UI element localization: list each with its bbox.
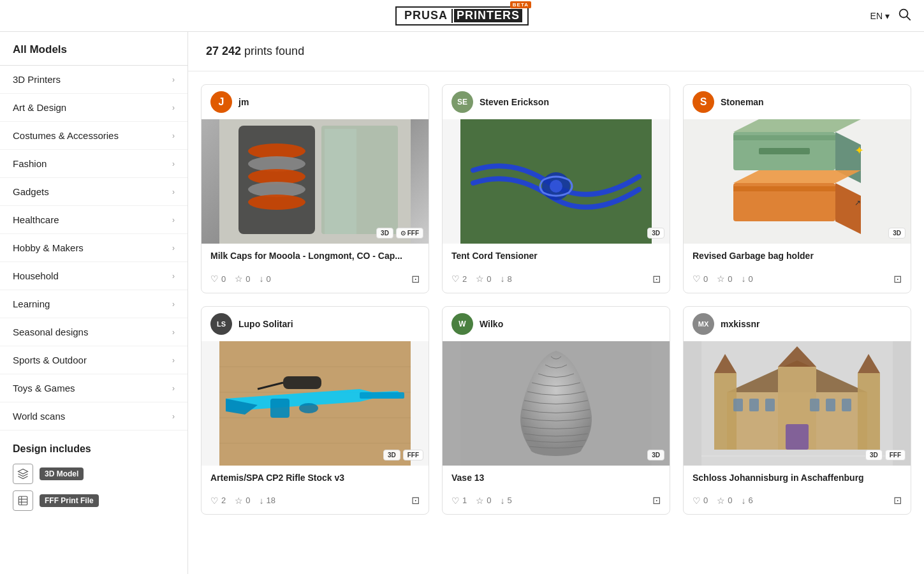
card-body: Revised Garbage bag holder — [684, 244, 911, 270]
sidebar-item-costumes-accessories[interactable]: Costumes & Accessories › — [0, 122, 187, 150]
lang-chevron-icon: ▾ — [885, 11, 890, 21]
card-image-svg — [202, 341, 429, 466]
main-content: 27 242 prints found J jm — [188, 32, 924, 574]
filter-3d-model[interactable]: 3D Model — [13, 464, 175, 484]
card-title: Revised Garbage bag holder — [693, 250, 902, 263]
3d-model-label: 3D Model — [40, 467, 84, 480]
chevron-down-icon: › — [172, 75, 175, 84]
sidebar-item-sports-outdoor[interactable]: Sports & Outdoor › — [0, 346, 187, 374]
sidebar-item-3d-printers[interactable]: 3D Printers › — [0, 66, 187, 94]
bookmark-icon[interactable]: ⊡ — [652, 273, 661, 285]
sidebar-item-toys-games[interactable]: Toys & Games › — [0, 374, 187, 402]
card-schloss[interactable]: MX mxkissnr — [683, 306, 911, 515]
star-icon: ☆ — [476, 496, 484, 506]
download-icon: ↓ — [259, 274, 263, 284]
heart-icon: ♡ — [451, 496, 460, 506]
card-header: MX mxkissnr — [684, 307, 911, 341]
svg-rect-55 — [810, 399, 819, 411]
sidebar-item-healthcare[interactable]: Healthcare › — [0, 206, 187, 234]
stat-stars: ☆ 0 — [235, 496, 250, 506]
chevron-down-icon: › — [172, 300, 175, 309]
card-badges: 3D ⊙ FFF — [376, 228, 423, 239]
design-includes-section: Design includes 3D Model — [0, 430, 187, 524]
card-title: Artemis/SPA CP2 Rifle Stock v3 — [210, 472, 420, 485]
card-header: SE Steven Erickson — [443, 85, 670, 119]
card-tent-cord[interactable]: SE Steven Erickson 3D — [442, 84, 670, 293]
stat-likes: ♡ 0 — [693, 274, 708, 284]
card-stats: ♡ 2 ☆ 0 ↓ 8 — [451, 274, 512, 284]
page-layout: All Models 3D Printers › Art & Design › … — [0, 32, 924, 574]
card-milk-caps[interactable]: J jm — [201, 84, 429, 293]
lang-label: EN — [870, 11, 883, 21]
svg-rect-53 — [749, 399, 759, 411]
card-header: W Wilko — [443, 307, 670, 341]
badge-3d: 3D — [888, 228, 906, 239]
sidebar-item-label: Gadgets — [13, 186, 49, 197]
sidebar-item-label: Fashion — [13, 158, 47, 169]
badge-fff: FFF — [403, 450, 423, 460]
card-stats: ♡ 2 ☆ 0 ↓ 18 — [210, 496, 275, 506]
fff-print-label: FFF Print File — [40, 494, 99, 507]
avatar: W — [451, 313, 473, 335]
card-username: jm — [238, 97, 249, 107]
card-username: Steven Erickson — [480, 97, 549, 107]
logo[interactable]: PRUSA PRINTERS BETA — [395, 6, 529, 26]
bookmark-icon[interactable]: ⊡ — [411, 494, 420, 506]
card-image-svg — [443, 341, 670, 466]
chevron-down-icon: › — [172, 244, 175, 253]
sidebar-item-art-design[interactable]: Art & Design › — [0, 94, 187, 122]
stat-downloads: ↓ 0 — [259, 274, 270, 284]
sidebar-item-household[interactable]: Household › — [0, 262, 187, 290]
downloads-count: 6 — [748, 496, 752, 505]
sidebar-item-hobby-makers[interactable]: Hobby & Makers › — [0, 234, 187, 262]
svg-rect-56 — [826, 399, 835, 411]
stat-downloads: ↓ 8 — [500, 274, 511, 284]
card-body: Milk Caps for Mooola - Longmont, CO - Ca… — [202, 244, 429, 270]
card-vase-13[interactable]: W Wilko — [442, 306, 670, 515]
sidebar-item-world-scans[interactable]: World scans › — [0, 402, 187, 430]
card-body: Vase 13 — [443, 466, 670, 492]
search-button[interactable] — [897, 7, 911, 24]
likes-count: 2 — [462, 274, 467, 284]
sidebar-item-fashion[interactable]: Fashion › — [0, 150, 187, 178]
fff-print-icon — [13, 490, 33, 511]
chevron-down-icon: › — [172, 216, 175, 224]
card-badges: 3D — [647, 450, 664, 460]
sidebar-item-gadgets[interactable]: Gadgets › — [0, 178, 187, 206]
sidebar-item-label: Sports & Outdoor — [13, 355, 87, 365]
card-title: Vase 13 — [451, 472, 661, 485]
stat-stars: ☆ 0 — [476, 274, 491, 284]
sidebar-item-learning[interactable]: Learning › — [0, 290, 187, 318]
badge-3d: 3D — [376, 228, 393, 239]
header-right: EN ▾ — [870, 7, 911, 24]
stars-count: 0 — [246, 274, 250, 284]
card-stats: ♡ 0 ☆ 0 ↓ 6 — [693, 496, 753, 506]
bookmark-icon[interactable]: ⊡ — [893, 494, 902, 506]
download-icon: ↓ — [741, 496, 745, 506]
svg-rect-26 — [733, 186, 835, 191]
bookmark-icon[interactable]: ⊡ — [893, 273, 902, 285]
likes-count: 0 — [703, 274, 708, 284]
language-selector[interactable]: EN ▾ — [870, 11, 890, 21]
card-rifle-stock[interactable]: LS Lupo Solitari — [201, 306, 429, 515]
cards-grid: J jm — [188, 71, 924, 527]
card-stats: ♡ 1 ☆ 0 ↓ 5 — [451, 496, 512, 506]
likes-count: 0 — [221, 274, 226, 284]
sidebar-item-seasonal-designs[interactable]: Seasonal designs › — [0, 318, 187, 346]
filter-fff-print[interactable]: FFF Print File — [13, 490, 175, 511]
bookmark-icon[interactable]: ⊡ — [411, 273, 420, 285]
sidebar-all-models[interactable]: All Models — [0, 32, 187, 66]
card-footer: ♡ 1 ☆ 0 ↓ 5 ⊡ — [443, 492, 670, 514]
results-bar: 27 242 prints found — [188, 32, 924, 71]
badge-fff: ⊙ FFF — [396, 228, 423, 239]
star-icon: ☆ — [717, 274, 725, 284]
chevron-down-icon: › — [172, 159, 175, 168]
bookmark-icon[interactable]: ⊡ — [652, 494, 661, 506]
card-image-svg — [202, 119, 429, 244]
card-garbage-bag[interactable]: S Stoneman — [683, 84, 911, 293]
card-title: Tent Cord Tensioner — [451, 250, 661, 263]
card-username: Stoneman — [721, 97, 764, 107]
svg-rect-14 — [325, 129, 356, 234]
svg-point-39 — [299, 403, 318, 413]
downloads-count: 8 — [507, 274, 511, 284]
